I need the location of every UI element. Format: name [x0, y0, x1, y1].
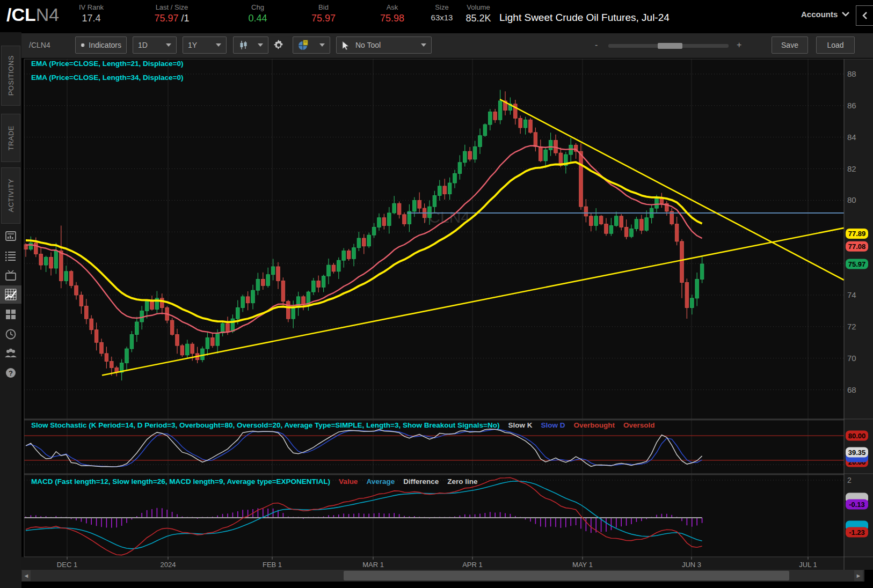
quote-field-size: Size63x13: [424, 3, 460, 22]
svg-text:82: 82: [847, 164, 856, 173]
quote-field-last-size: Last / Size75.97 /1: [142, 3, 201, 24]
chevron-down-icon: [842, 12, 849, 17]
time-axis-label: DEC 1: [57, 561, 77, 569]
legend-value: Value: [339, 477, 358, 486]
svg-text:77.08: 77.08: [848, 242, 866, 251]
history-icon[interactable]: [0, 325, 21, 343]
quote-field-volume: Volume85.2K: [461, 3, 496, 24]
ema21-study-label: EMA (Price=CLOSE, Length=21, Displace=0): [31, 60, 183, 68]
chevron-left-icon: [862, 12, 868, 19]
stochastic-study-label: Slow Stochastic (K Period=14, D Period=3…: [31, 421, 499, 429]
quote-header: /CLN4 IV Rank17.4Last / Size75.97 /1Chg0…: [0, 0, 873, 32]
svg-text:86: 86: [847, 101, 856, 110]
zoom-in-button[interactable]: +: [737, 40, 741, 50]
stochastic-header: Slow Stochastic (K Period=14, D Period=3…: [31, 421, 654, 429]
timeframe-dropdown[interactable]: 1D: [133, 36, 177, 54]
toolbar-symbol: /CLN4: [29, 41, 50, 49]
symbol-title: /CLN4: [6, 4, 59, 25]
sidebar-tab-activity[interactable]: ACTIVITY: [1, 167, 20, 224]
svg-text:2: 2: [847, 476, 852, 484]
no-tool-label: No Tool: [355, 41, 381, 49]
legend-zero-line: Zero line: [447, 477, 477, 486]
load-button[interactable]: Load: [816, 36, 855, 54]
macd-header: MACD (Fast length=12, Slow length=26, MA…: [31, 477, 477, 486]
scroll-left-arrow[interactable]: ◄: [22, 570, 31, 581]
time-scrollbar[interactable]: ◄ ►: [21, 570, 864, 582]
chevron-down-icon: [258, 43, 263, 47]
quote-field-ask: Ask75.98: [369, 3, 415, 24]
svg-text:39.35: 39.35: [848, 449, 866, 457]
save-button[interactable]: Save: [772, 36, 808, 54]
legend-overbought: Overbought: [573, 421, 615, 429]
time-axis-label: JUL 1: [799, 561, 817, 569]
svg-text:88: 88: [847, 69, 856, 78]
svg-text:80.00: 80.00: [848, 432, 866, 440]
scroll-right-arrow[interactable]: ►: [854, 570, 863, 581]
legend-slow-d: Slow D: [541, 421, 565, 429]
time-axis-label: 2024: [161, 561, 176, 569]
time-axis-label: APR 1: [462, 561, 483, 569]
legend-difference: Difference: [403, 477, 439, 486]
tv-icon[interactable]: [0, 266, 21, 284]
svg-text:74: 74: [847, 290, 856, 299]
candlestick-icon: [238, 40, 248, 50]
svg-text:84: 84: [847, 133, 856, 142]
svg-text:70: 70: [847, 354, 856, 363]
watchlist-icon[interactable]: [0, 247, 21, 265]
drawing-tool-dropdown[interactable]: No Tool: [336, 36, 432, 54]
indicators-button[interactable]: Indicators: [75, 36, 127, 54]
gear-icon: [273, 39, 285, 51]
chart-canvas[interactable]: /CLN428886848280787674727068DEC 12024FEB…: [21, 58, 873, 588]
contract-title: Light Sweet Crude Oil Futures, Jul-24: [499, 12, 670, 24]
range-value: 1Y: [188, 41, 197, 49]
legend-oversold: Oversold: [623, 421, 655, 429]
drawing-globe-icon: [298, 40, 309, 50]
chart-icon[interactable]: [0, 285, 21, 304]
left-sidebar: POSITIONS TRADE ACTIVITY ?: [0, 32, 21, 588]
range-dropdown[interactable]: 1Y: [183, 36, 227, 54]
svg-text:-0.13: -0.13: [849, 501, 865, 509]
chart-type-dropdown[interactable]: [233, 36, 268, 54]
ema34-study-label: EMA (Price=CLOSE, Length=34, Displace=0): [31, 74, 183, 82]
time-axis-label: FEB 1: [263, 561, 282, 569]
legend-slow-k: Slow K: [508, 421, 532, 429]
zoom-out-button[interactable]: -: [595, 40, 598, 50]
legend-average: Average: [366, 477, 395, 486]
zoom-slider[interactable]: [608, 44, 729, 48]
chevron-down-icon: [166, 43, 171, 47]
report-icon[interactable]: [0, 227, 21, 245]
timeframe-value: 1D: [138, 41, 148, 49]
svg-text:?: ?: [9, 369, 13, 377]
collapse-panel-button[interactable]: [856, 5, 873, 26]
people-icon[interactable]: [0, 344, 21, 362]
cursor-icon: [341, 41, 350, 50]
sidebar-tab-trade[interactable]: TRADE: [1, 114, 20, 162]
help-icon[interactable]: ?: [0, 364, 21, 382]
chevron-down-icon: [216, 43, 221, 47]
svg-text:80: 80: [847, 195, 856, 204]
accounts-menu[interactable]: Accounts: [801, 10, 849, 19]
symbol-root: /CL: [6, 4, 36, 25]
dashboard-icon[interactable]: [0, 305, 21, 324]
chevron-down-icon: [421, 43, 426, 47]
chart-toolbar: /CLN4 Indicators 1D 1Y No Tool - + Save …: [21, 33, 873, 58]
macd-legend: ValueAverageDifferenceZero line: [339, 477, 477, 486]
time-axis-label: MAY 1: [572, 561, 593, 569]
zoom-slider-thumb[interactable]: [658, 43, 682, 49]
svg-text:68: 68: [847, 385, 856, 394]
quote-field-iv-rank: IV Rank17.4: [70, 3, 113, 24]
indicators-label: Indicators: [89, 41, 121, 49]
svg-text:77.89: 77.89: [848, 230, 866, 238]
time-axis-label: MAR 1: [362, 561, 384, 569]
svg-text:72: 72: [847, 322, 856, 331]
chart-settings-button[interactable]: [273, 39, 285, 53]
macd-study-label: MACD (Fast length=12, Slow length=26, MA…: [31, 477, 330, 486]
quote-field-bid: Bid75.97: [301, 3, 346, 24]
drawing-set-dropdown[interactable]: [293, 36, 330, 54]
time-axis-label: JUN 3: [682, 561, 701, 569]
chevron-down-icon: [319, 43, 325, 47]
stochastic-legend: Slow KSlow DOverboughtOversold: [508, 421, 654, 429]
scrollbar-thumb[interactable]: [344, 571, 789, 580]
gauge-icon: [81, 40, 85, 50]
sidebar-tab-positions[interactable]: POSITIONS: [1, 46, 20, 106]
